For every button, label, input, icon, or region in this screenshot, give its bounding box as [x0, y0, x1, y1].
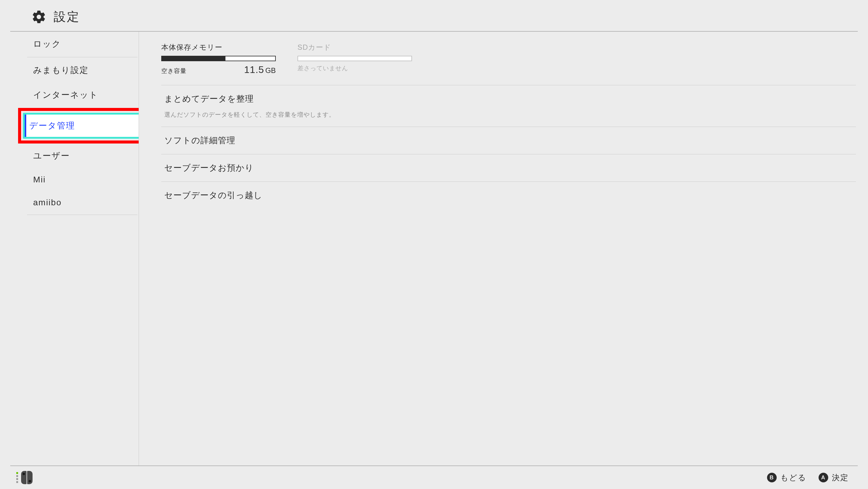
- internal-storage-bar: [161, 56, 276, 61]
- sidebar-item-internet[interactable]: インターネット: [27, 83, 137, 107]
- a-button-icon: A: [818, 473, 828, 482]
- free-space-label: 空き容量: [161, 67, 187, 75]
- confirm-button-label: 決定: [832, 472, 849, 483]
- option-organize-data[interactable]: まとめてデータを整理 選んだソフトのデータを軽くして、空き容量を増やします。: [161, 85, 856, 127]
- option-title: セーブデータの引っ越し: [164, 190, 853, 201]
- sidebar-item-user[interactable]: ユーザー: [27, 144, 137, 168]
- option-save-transfer[interactable]: セーブデータの引っ越し: [161, 182, 856, 209]
- sd-storage-block: SDカード 差さっていません: [298, 42, 412, 75]
- sidebar-item-lock[interactable]: ロック: [27, 32, 137, 56]
- option-software-detail[interactable]: ソフトの詳細管理: [161, 127, 856, 154]
- option-title: ソフトの詳細管理: [164, 135, 853, 146]
- b-button-icon: B: [767, 473, 777, 482]
- internal-storage-bar-fill: [162, 56, 225, 61]
- sidebar: ロック みまもり設定 インターネット データ管理 ユーザー Mii amiibo: [0, 32, 138, 465]
- option-title: セーブデータお預かり: [164, 162, 853, 174]
- footer: B もどる A 決定: [10, 465, 858, 489]
- option-description: 選んだソフトのデータを軽くして、空き容量を増やします。: [164, 111, 853, 119]
- option-save-cloud[interactable]: セーブデータお預かり: [161, 154, 856, 182]
- sidebar-item-amiibo[interactable]: amiibo: [27, 191, 137, 214]
- option-title: まとめてデータを整理: [164, 93, 853, 104]
- sidebar-item-mii[interactable]: Mii: [27, 168, 137, 191]
- internal-storage-block: 本体保存メモリー 空き容量 11.5GB: [161, 42, 276, 75]
- main-panel: 本体保存メモリー 空き容量 11.5GB SDカード 差さ: [138, 32, 868, 465]
- settings-gear-icon: [31, 9, 46, 24]
- sidebar-item-label: データ管理: [25, 115, 138, 137]
- back-button[interactable]: B もどる: [767, 472, 807, 483]
- sd-storage-bar: [298, 56, 412, 61]
- confirm-button[interactable]: A 決定: [818, 472, 849, 483]
- internal-storage-title: 本体保存メモリー: [161, 42, 276, 52]
- free-space-value: 11.5GB: [244, 64, 276, 75]
- sd-not-inserted-label: 差さっていません: [298, 64, 348, 72]
- sidebar-item-parental[interactable]: みまもり設定: [27, 58, 137, 83]
- highlight-annotation: データ管理: [18, 108, 138, 144]
- sd-storage-title: SDカード: [298, 42, 412, 52]
- back-button-label: もどる: [780, 472, 807, 483]
- page-title: 設定: [54, 8, 80, 25]
- header: 設定: [10, 0, 858, 32]
- controller-status-icon: [16, 471, 33, 484]
- sidebar-item-data[interactable]: データ管理: [27, 108, 137, 144]
